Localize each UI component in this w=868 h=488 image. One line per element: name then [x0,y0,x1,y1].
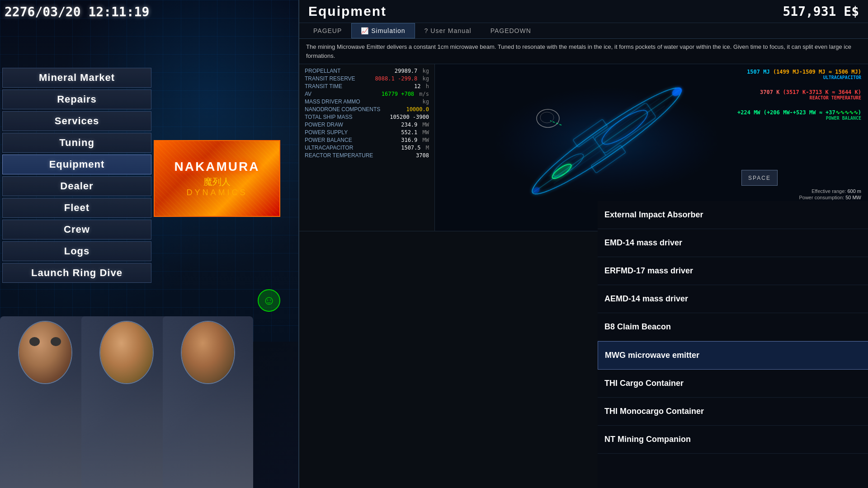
credits-display: 517,931 E$ [783,4,859,19]
crew-area [0,307,298,488]
tab-simulation[interactable]: 📈 Simulation [351,23,415,38]
list-item-thi-monocargo[interactable]: THI Monocargo Container 111,000 E$ RETUR… [598,398,868,426]
item-name-erfmd17: ERFMD-17 mass driver [604,266,868,276]
tab-user-manual[interactable]: ? User Manual [415,23,481,38]
nav-logs[interactable]: Logs [2,241,151,261]
item-name-thi-monocargo: THI Monocargo Container [604,407,868,416]
equipment-tabs: PAGEUP 📈 Simulation ? User Manual PAGEDO… [299,23,868,39]
game-world-panel: 2276/03/20 12:11:19 Mineral Market Repai… [0,0,298,488]
stat-reactor-temp: REACTOR TEMPERATURE 3708 [305,152,429,159]
nav-fleet[interactable]: Fleet [2,198,151,218]
reactor-label: 3707 K (3517 K-3713 K ≈ 3644 K) [760,89,861,95]
tab-pageup[interactable]: PAGEUP [304,23,351,38]
crew-head-2 [99,321,154,384]
equipment-panel: Equipment 517,931 E$ PAGEUP 📈 Simulation… [298,0,868,488]
spec-power-consumption: Power consumption: 50 MW [783,195,861,200]
stat-power-balance: POWER BALANCE 316.9 MW [305,137,429,143]
stat-ultracapacitor: ULTRACAPACITOR 1507.5 M [305,145,429,151]
space-button[interactable]: SPACE [741,170,778,186]
list-item-emd14[interactable]: EMD-14 mass driver 10,000 E$ RETURN FROM… [598,229,868,257]
nav-launch-ring-dive[interactable]: Launch Ring Dive [2,263,151,283]
stat-power-supply: POWER SUPPLY 552.1 MW [305,129,429,136]
hud-timestamp: 2276/03/20 12:11:19 [5,5,149,19]
stat-mass-driver-ammo: MASS DRIVER AMMO kg [305,99,429,105]
item-name-mwg-emitter: MWG microwave emitter [605,351,868,360]
question-icon: ? [425,27,429,34]
item-name-aemd14: AEMD-14 mass driver [604,294,868,304]
equipment-header: Equipment 517,931 E$ [299,0,868,23]
stat-ship-mass: TOTAL SHIP MASS 105200 -3900 [305,114,429,120]
billboard-line3: DYNAMICS [186,188,247,197]
equipment-title: Equipment [308,4,387,19]
ship-svg [471,73,742,209]
crew-portrait-3 [163,316,253,488]
list-item-aemd14[interactable]: AEMD-14 mass driver 32,000 E$ RETURN FRO… [598,285,868,313]
crew-face-1 [19,322,71,383]
nav-tuning[interactable]: Tuning [2,133,151,153]
list-item-ext-impact[interactable]: External Impact Absorber 4,000 E$ RETURN… [598,201,868,229]
equipment-description: The mining Microwave Emitter delivers a … [299,39,868,64]
list-item-mwg-emitter[interactable]: MWG microwave emitter 70,000 E$ RETURN F… [598,341,868,370]
crew-head-1 [18,321,72,384]
crew-head-3 [181,321,235,384]
item-name-thi-cargo: THI Cargo Container [604,379,868,388]
ultracap-label: 1507 MJ (1499 MJ-1509 MJ ≈ 1506 MJ) [747,69,861,75]
crew-face-3 [182,322,234,383]
nav-crew[interactable]: Crew [2,220,151,239]
nav-equipment[interactable]: Equipment [2,155,151,174]
overlay-ultracap: 1507 MJ (1499 MJ-1509 MJ ≈ 1506 MJ) ULTR… [747,69,861,80]
power-label: +224 MW (+206 MW-+523 MW ≈ +37∿∿∿∿∿) [737,109,861,116]
list-item-erfmd17[interactable]: ERFMD-17 mass driver 30,000 E$ RETURN FR… [598,257,868,285]
overlay-power: +224 MW (+206 MW-+523 MW ≈ +37∿∿∿∿∿) POW… [737,109,861,121]
stats-left-column: PROPELLANT 29989.7 kg TRANSIT RESERVE 80… [299,64,435,231]
stat-nanodrone: NANODRONE COMPONENTS 10000.0 [305,106,429,113]
nav-repairs[interactable]: Repairs [2,89,151,109]
nav-mineral-market[interactable]: Mineral Market [2,68,151,88]
crew-portrait-1 [0,316,90,488]
tab-pagedown[interactable]: PAGEDOWN [481,23,541,38]
item-name-nt-mining: NT Mining Companion [604,435,868,444]
crew-portrait-2 [81,316,172,488]
billboard-line1: NAKAMURA [175,160,260,174]
stat-power-draw: POWER DRAW 234.9 MW [305,122,429,128]
ultracap-title: ULTRACAPACITOR [747,75,861,80]
nav-menu: Mineral Market Repairs Services Tuning E… [2,68,151,283]
billboard-line2: 魔列人 [203,176,231,188]
list-item-b8-beacon[interactable]: B8 Claim Beacon 43,000 E$ RETURN FROM TR… [598,313,868,341]
crew-face-2 [100,322,153,383]
stat-transit-time: TRANSIT TIME 12 h [305,83,429,89]
item-name-ext-impact: External Impact Absorber [604,210,868,220]
billboard: NAKAMURA 魔列人 DYNAMICS [154,140,280,217]
equipment-list: External Impact Absorber 4,000 E$ RETURN… [598,201,868,488]
list-item-nt-mining[interactable]: NT Mining Companion 115,000 E$ RETURN FR… [598,426,868,454]
svg-point-6 [670,86,684,98]
stat-transit-reserve: TRANSIT RESERVE 8088.1 -299.8 kg [305,75,429,82]
reactor-title: REACTOR TEMPERATURE [760,95,861,100]
list-item-thi-cargo[interactable]: THI Cargo Container 74,000 E$ RETURN FRO… [598,370,868,398]
stat-av: AV 16779 +708 m/s [305,91,429,97]
nav-services[interactable]: Services [2,111,151,131]
ship-diagram [471,73,733,209]
nav-dealer[interactable]: Dealer [2,176,151,196]
item-name-b8-beacon: B8 Claim Beacon [604,322,868,332]
spec-range: Effective range: 600 m [783,188,861,194]
overlay-reactor: 3707 K (3517 K-3713 K ≈ 3644 K) REACTOR … [760,89,861,100]
simulation-icon: 📈 [361,27,369,34]
stat-propellant: PROPELLANT 29989.7 kg [305,68,429,74]
power-title: POWER BALANCE [737,116,861,121]
item-name-emd14: EMD-14 mass driver [604,238,868,248]
